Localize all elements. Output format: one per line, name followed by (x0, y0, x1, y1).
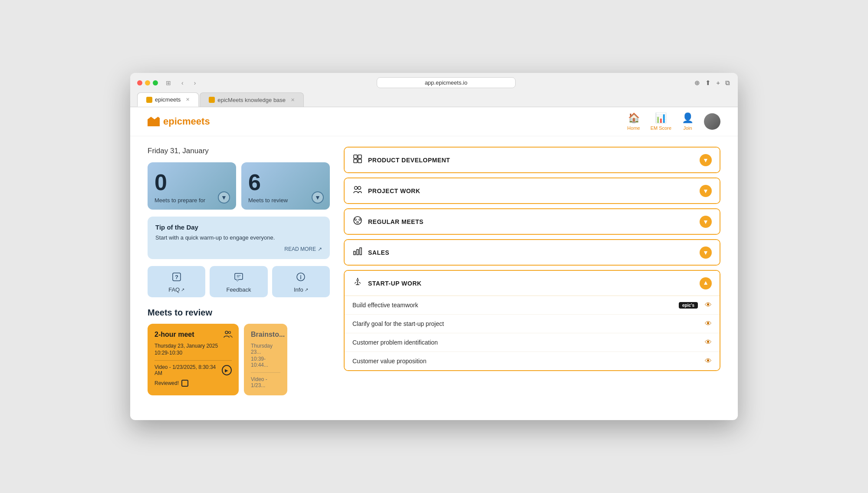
startup-item-3: Customer problem identification 👁 (345, 333, 720, 352)
nav-home[interactable]: 🏠 Home (627, 112, 640, 131)
svg-point-4 (225, 331, 228, 334)
nav-join[interactable]: 👤 Join (682, 112, 694, 131)
startup-item-2-eye[interactable]: 👁 (705, 320, 712, 328)
project-work-chevron[interactable]: ▼ (700, 185, 712, 197)
faq-external-icon: ↗ (181, 287, 184, 292)
meet-card-1-title: 2-hour meet (155, 331, 232, 339)
sales-icon (352, 246, 363, 259)
sidebar-toggle-button[interactable]: ⊞ (163, 79, 174, 87)
back-button[interactable]: ‹ (179, 79, 186, 87)
category-list: PRODUCT DEVELOPMENT ▼ (344, 147, 720, 371)
tip-title: Tip of the Day (155, 223, 322, 231)
tab-favicon-2 (209, 97, 215, 103)
info-icon-svg (296, 272, 306, 282)
category-regular-meets-header[interactable]: REGULAR MEETS ▼ (345, 209, 720, 234)
meet-card-1-play-button[interactable]: ▶ (222, 365, 232, 375)
category-startup-work-header[interactable]: START-UP WORK ▼ (345, 271, 720, 296)
meets-row: 2-hour meet Thursday 23, January 2025 10… (148, 324, 330, 395)
startup-item-4-eye[interactable]: 👁 (705, 357, 712, 365)
close-button[interactable] (137, 80, 142, 85)
startup-item-4-label: Customer value proposition (352, 358, 426, 365)
info-button[interactable]: Info ↗ (272, 266, 330, 297)
feedback-icon-svg (234, 272, 243, 282)
tab-overview-button[interactable]: ⧉ (724, 78, 731, 88)
sales-chevron[interactable]: ▼ (700, 246, 712, 259)
stats-row: 0 Meets to prepare for ▼ 6 Meets to revi… (148, 162, 330, 210)
browser-actions: ⊕ ⬆ + ⧉ (694, 78, 731, 88)
startup-work-body: Build effective teamwork epic's 👁 Clarif… (345, 296, 720, 370)
category-project-work-left: PROJECT WORK (352, 184, 420, 197)
emscore-label: EM Score (651, 125, 671, 131)
tip-text: Start with a quick warm-up to engage eve… (155, 234, 322, 241)
sales-name: SALES (368, 249, 389, 256)
tab-label-2: epicMeets knowledge base (217, 97, 286, 103)
external-link-icon: ↗ (318, 246, 322, 252)
category-project-work: PROJECT WORK ▼ (344, 177, 720, 204)
home-label: Home (627, 125, 640, 131)
stat-card-prepare: 0 Meets to prepare for ▼ (148, 162, 236, 210)
category-startup-work-left: START-UP WORK (352, 277, 421, 289)
url-display[interactable]: app.epicmeets.io (377, 77, 516, 88)
meet-card-1-reviewed: Reviewed! (155, 380, 232, 387)
tab-close-1[interactable]: ✕ (186, 97, 190, 102)
forward-button[interactable]: › (191, 79, 199, 87)
product-development-icon (352, 154, 363, 166)
project-work-name: PROJECT WORK (368, 187, 420, 194)
prepare-expand-button[interactable]: ▼ (218, 191, 230, 204)
startup-work-chevron[interactable]: ▼ (700, 277, 712, 289)
reviewed-checkbox[interactable] (181, 380, 188, 387)
tab-knowledge-base[interactable]: epicMeets knowledge base ✕ (200, 92, 304, 107)
svg-rect-18 (360, 248, 362, 255)
tabs-bar: epicmeets ✕ epicMeets knowledge base ✕ (137, 92, 731, 107)
svg-rect-7 (358, 155, 362, 158)
meet-card-1-video: Video - 1/23/2025, 8:30:34 AM ▶ (155, 364, 232, 376)
stat-card-review: 6 Meets to review ▼ (241, 162, 330, 210)
meet-card-1: 2-hour meet Thursday 23, January 2025 10… (148, 324, 239, 395)
app-content: epicmeets 🏠 Home 📊 EM Score 👤 Join (130, 107, 738, 420)
review-count: 6 (248, 171, 323, 194)
feedback-icon (234, 272, 243, 284)
project-work-icon (352, 184, 363, 197)
logo[interactable]: epicmeets (148, 116, 210, 127)
category-product-development-left: PRODUCT DEVELOPMENT (352, 154, 450, 166)
category-sales-left: SALES (352, 246, 389, 259)
meet-card-1-video-label: Video - 1/23/2025, 8:30:34 AM (155, 364, 222, 376)
startup-item-4: Customer value proposition 👁 (345, 352, 720, 370)
faq-icon: ? (172, 272, 181, 284)
category-product-development-header[interactable]: PRODUCT DEVELOPMENT ▼ (345, 148, 720, 172)
faq-button[interactable]: ? FAQ ↗ (148, 266, 205, 297)
read-more-label: READ MORE (284, 246, 316, 252)
svg-point-10 (355, 187, 358, 190)
regular-meets-chevron[interactable]: ▼ (700, 216, 712, 228)
category-regular-meets: REGULAR MEETS ▼ (344, 208, 720, 235)
tab-epicmeets[interactable]: epicmeets ✕ (137, 92, 199, 107)
user-avatar[interactable] (704, 113, 720, 130)
maximize-button[interactable] (153, 80, 158, 85)
svg-point-5 (229, 332, 231, 334)
tab-close-2[interactable]: ✕ (291, 97, 295, 103)
meets-section-title: Meets to review (148, 308, 330, 318)
startup-item-4-right: 👁 (705, 357, 712, 365)
info-external-icon: ↗ (305, 287, 308, 292)
startup-item-1: Build effective teamwork epic's 👁 (345, 296, 720, 315)
share-button[interactable]: ⬆ (704, 78, 712, 88)
address-bar: app.epicmeets.io (204, 77, 688, 88)
startup-item-3-eye[interactable]: 👁 (705, 339, 712, 346)
startup-item-1-right: epic's 👁 (679, 301, 712, 309)
prepare-count: 0 (155, 171, 229, 194)
feedback-button[interactable]: Feedback (210, 266, 267, 297)
download-button[interactable]: ⊕ (694, 78, 701, 88)
product-development-chevron[interactable]: ▼ (700, 154, 712, 166)
read-more-link[interactable]: READ MORE ↗ (155, 246, 322, 252)
review-expand-button[interactable]: ▼ (312, 191, 324, 204)
startup-item-1-eye[interactable]: 👁 (705, 301, 712, 309)
reviewed-label: Reviewed! (155, 380, 179, 386)
regular-meets-icon (352, 215, 363, 228)
new-tab-button[interactable]: + (715, 78, 721, 87)
minimize-button[interactable] (145, 80, 150, 85)
category-project-work-header[interactable]: PROJECT WORK ▼ (345, 178, 720, 203)
action-buttons-row: ? FAQ ↗ (148, 266, 330, 297)
category-sales-header[interactable]: SALES ▼ (345, 240, 720, 265)
nav-emscore[interactable]: 📊 EM Score (651, 112, 671, 131)
logo-icon (148, 117, 160, 126)
